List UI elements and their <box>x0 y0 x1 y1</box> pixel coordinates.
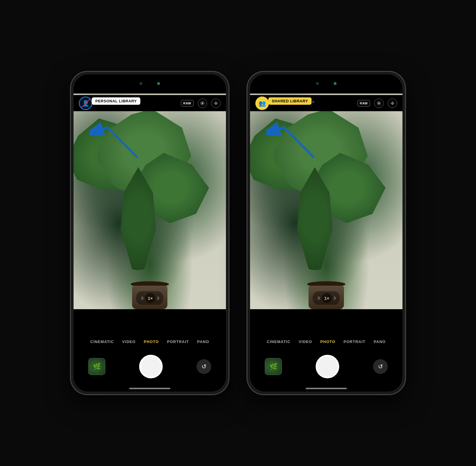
shutter-button-2[interactable] <box>316 355 339 378</box>
mode-video-2[interactable]: VIDEO <box>299 339 312 344</box>
dynamic-island-2 <box>309 79 344 89</box>
svg-point-0 <box>202 102 203 104</box>
library-tooltip-2: SHARED LIBRARY <box>268 97 312 105</box>
zoom-1x-1[interactable]: 1× <box>145 293 155 303</box>
flash-icon-2[interactable] <box>388 99 397 108</box>
live-photo-icon-1[interactable] <box>198 99 207 108</box>
mode-pano-2[interactable]: PANO <box>374 339 386 344</box>
mode-pano-1[interactable]: PANO <box>197 339 209 344</box>
camera-dot-active-1 <box>157 82 160 85</box>
plant-background-2 <box>250 94 402 309</box>
live-photo-icon-2[interactable] <box>374 99 384 108</box>
zoom-1x-2[interactable]: 1× <box>322 293 332 303</box>
viewfinder-1: .5 1× 3 <box>74 94 226 309</box>
photo-thumbnail-1[interactable]: 🌿 <box>88 358 105 375</box>
mode-cinematic-1[interactable]: CINEMATIC <box>90 339 114 344</box>
home-bar-1 <box>129 388 170 389</box>
mode-video-1[interactable]: VIDEO <box>122 339 135 344</box>
people-icon-2: 👥 <box>259 100 266 107</box>
shutter-area-1: 🌿 ↺ <box>74 355 226 378</box>
shutter-button-1[interactable] <box>139 355 163 378</box>
zoom-controls-2: .5 1× 3 <box>313 291 340 305</box>
mode-photo-1[interactable]: PHOTO <box>144 339 159 344</box>
viewfinder-2: .5 1× 3 <box>250 94 402 309</box>
right-controls-1: RAW <box>181 99 221 108</box>
camera-sensor-1 <box>139 82 142 85</box>
right-controls-2: RAW <box>357 99 397 108</box>
zoom-3x-2[interactable]: 3 <box>334 296 336 300</box>
zoom-controls-1: .5 1× 3 <box>136 291 163 305</box>
zoom-0.5-1[interactable]: .5 <box>140 296 144 300</box>
mode-photo-2[interactable]: PHOTO <box>320 339 335 344</box>
mode-bar-1: CINEMATIC VIDEO PHOTO PORTRAIT PANO <box>74 336 226 347</box>
phone-2: 👥 ⌃ RAW <box>247 71 406 395</box>
raw-button-1[interactable]: RAW <box>181 100 194 106</box>
mode-bar-2: CINEMATIC VIDEO PHOTO PORTRAIT PANO <box>250 336 402 347</box>
zoom-0.5-2[interactable]: .5 <box>317 296 320 300</box>
plant-background-1 <box>74 94 226 309</box>
mode-portrait-1[interactable]: PORTRAIT <box>167 339 189 344</box>
home-bar-2 <box>306 388 347 389</box>
phone-screen-2: 👥 ⌃ RAW <box>250 74 402 392</box>
zoom-3x-1[interactable]: 3 <box>157 296 159 300</box>
phone-frame-2: 👥 ⌃ RAW <box>247 71 406 395</box>
library-button-1[interactable]: 👤 <box>79 96 92 110</box>
shutter-area-2: 🌿 ↺ <box>250 355 402 378</box>
flip-camera-button-2[interactable]: ↺ <box>373 359 388 374</box>
chevron-up-icon-2[interactable]: ⌃ <box>311 100 315 106</box>
phone-frame-1: 👤 ⌃ RAW <box>70 71 229 395</box>
library-tooltip-1: PERSONAL LIBRARY <box>92 97 140 105</box>
flash-icon-1[interactable] <box>211 99 221 108</box>
mode-cinematic-2[interactable]: CINEMATIC <box>267 339 290 344</box>
camera-sensor-2 <box>316 82 319 85</box>
phone-1: 👤 ⌃ RAW <box>70 71 229 395</box>
dynamic-island-1 <box>132 79 167 89</box>
library-button-2[interactable]: 👥 <box>255 96 269 110</box>
svg-point-6 <box>378 102 380 104</box>
phone-screen-1: 👤 ⌃ RAW <box>74 74 226 392</box>
flip-camera-button-1[interactable]: ↺ <box>197 359 211 374</box>
mode-portrait-2[interactable]: PORTRAIT <box>344 339 365 344</box>
camera-dot-active-2 <box>334 82 337 85</box>
photo-thumbnail-2[interactable]: 🌿 <box>265 358 282 375</box>
raw-button-2[interactable]: RAW <box>357 100 370 106</box>
